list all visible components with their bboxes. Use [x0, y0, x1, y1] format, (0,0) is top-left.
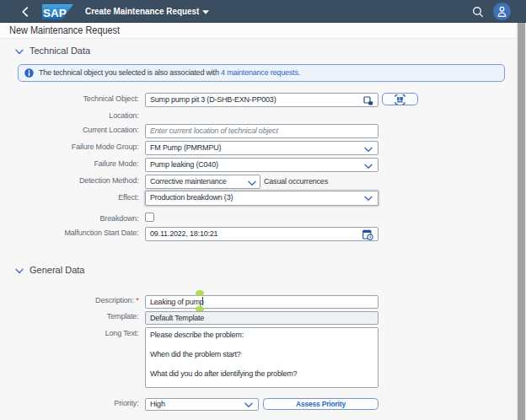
- svg-text:SAP: SAP: [43, 7, 67, 19]
